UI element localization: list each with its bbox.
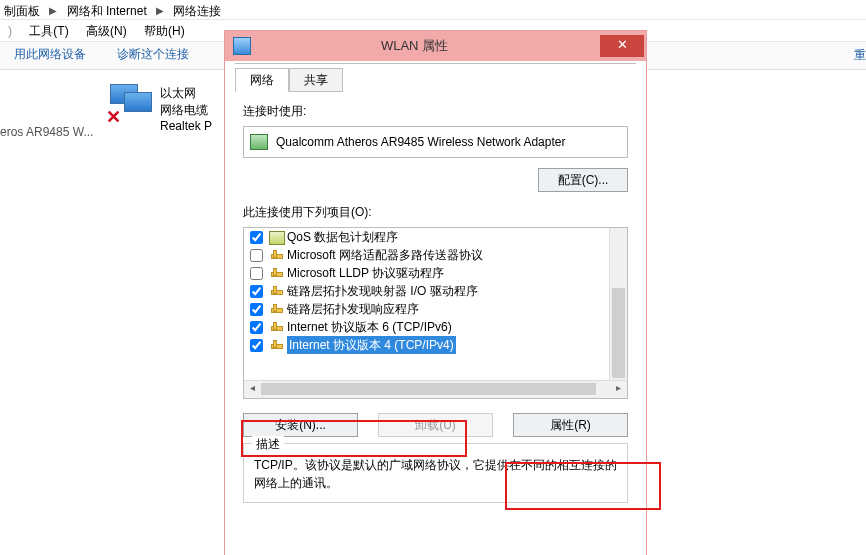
protocol-icon	[269, 321, 283, 333]
list-item[interactable]: Microsoft LLDP 协议驱动程序	[244, 264, 610, 282]
item-checkbox[interactable]	[250, 231, 263, 244]
list-item[interactable]: 链路层拓扑发现映射器 I/O 驱动程序	[244, 282, 610, 300]
list-item[interactable]: 链路层拓扑发现响应程序	[244, 300, 610, 318]
list-item[interactable]: Internet 协议版本 6 (TCP/IPv6)	[244, 318, 610, 336]
scrollbar-thumb[interactable]	[612, 288, 625, 378]
chevron-right-icon: ▶	[49, 5, 57, 16]
adapter-name-truncated[interactable]: eros AR9485 W...	[0, 125, 93, 139]
protocol-icon	[269, 303, 283, 315]
breadcrumb-part[interactable]: 网络和 Internet	[67, 4, 147, 18]
item-label: 链路层拓扑发现映射器 I/O 驱动程序	[287, 282, 478, 300]
dialog-title: WLAN 属性	[229, 37, 600, 55]
cmd-rename-fragment[interactable]: 重	[854, 47, 866, 64]
item-label: Internet 协议版本 6 (TCP/IPv6)	[287, 318, 452, 336]
description-label: 描述	[252, 436, 284, 453]
list-item[interactable]: Internet 协议版本 4 (TCP/IPv4)	[244, 336, 610, 354]
properties-button[interactable]: 属性(R)	[513, 413, 628, 437]
description-text: TCP/IP。该协议是默认的广域网络协议，它提供在不同的相互连接的网络上的通讯。	[254, 456, 617, 492]
horizontal-scrollbar[interactable]: ◂ ▸	[244, 380, 627, 398]
adapter-name: Qualcomm Atheros AR9485 Wireless Network…	[276, 127, 565, 157]
menu-tools[interactable]: 工具(T)	[29, 24, 68, 38]
configure-button[interactable]: 配置(C)...	[538, 168, 628, 192]
tab-strip: 网络共享	[235, 67, 646, 93]
menu-advanced[interactable]: 高级(N)	[86, 24, 127, 38]
adapter-field[interactable]: Qualcomm Atheros AR9485 Wireless Network…	[243, 126, 628, 158]
cmd-diagnose[interactable]: 诊断这个连接	[117, 47, 189, 61]
item-label: Internet 协议版本 4 (TCP/IPv4)	[287, 336, 456, 354]
protocol-icon	[269, 285, 283, 297]
dialog-titlebar[interactable]: WLAN 属性 ✕	[225, 31, 646, 61]
tab-network[interactable]: 网络	[235, 68, 289, 92]
protocol-icon	[269, 339, 283, 351]
item-label: QoS 数据包计划程序	[287, 228, 398, 246]
item-label: 链路层拓扑发现响应程序	[287, 300, 419, 318]
properties-dialog: WLAN 属性 ✕ 网络共享 连接时使用: Qualcomm Atheros A…	[224, 30, 647, 555]
disabled-x-icon: ✕	[106, 108, 124, 126]
menu-help[interactable]: 帮助(H)	[144, 24, 185, 38]
items-label: 此连接使用下列项目(O):	[243, 204, 628, 221]
item-checkbox[interactable]	[250, 249, 263, 262]
close-button[interactable]: ✕	[600, 35, 644, 57]
description-group: 描述 TCP/IP。该协议是默认的广域网络协议，它提供在不同的相互连接的网络上的…	[243, 443, 628, 503]
item-label: Microsoft LLDP 协议驱动程序	[287, 264, 444, 282]
nic-icon	[250, 134, 268, 150]
list-item[interactable]: QoS 数据包计划程序	[244, 228, 610, 246]
protocol-icon	[269, 249, 283, 261]
connection-name: 以太网	[160, 85, 212, 102]
install-button[interactable]: 安装(N)...	[243, 413, 358, 437]
uninstall-button: 卸载(U)	[378, 413, 493, 437]
item-label: Microsoft 网络适配器多路传送器协议	[287, 246, 483, 264]
breadcrumb-part[interactable]: 网络连接	[173, 4, 221, 18]
protocol-icon	[269, 267, 283, 279]
connection-vendor: Realtek P	[160, 119, 212, 133]
list-item[interactable]: Microsoft 网络适配器多路传送器协议	[244, 246, 610, 264]
connection-icon[interactable]: ✕	[110, 84, 154, 124]
item-checkbox[interactable]	[250, 285, 263, 298]
scroll-right-icon[interactable]: ▸	[610, 381, 627, 397]
connect-using-label: 连接时使用:	[243, 103, 628, 120]
item-checkbox[interactable]	[250, 321, 263, 334]
connection-status: 网络电缆	[160, 102, 212, 119]
breadcrumb[interactable]: 制面板 ▶ 网络和 Internet ▶ 网络连接	[0, 0, 866, 20]
item-checkbox[interactable]	[250, 339, 263, 352]
scrollbar-thumb[interactable]	[261, 383, 596, 395]
cmd-disable-device[interactable]: 用此网络设备	[14, 47, 86, 61]
chevron-right-icon: ▶	[156, 5, 164, 16]
scroll-left-icon[interactable]: ◂	[244, 381, 261, 397]
breadcrumb-part[interactable]: 制面板	[4, 4, 40, 18]
connection-item[interactable]: 以太网 网络电缆 Realtek P	[160, 85, 212, 133]
network-icon: ✕	[110, 84, 150, 118]
protocol-icon	[269, 231, 283, 243]
components-listbox[interactable]: QoS 数据包计划程序Microsoft 网络适配器多路传送器协议Microso…	[243, 227, 628, 399]
item-checkbox[interactable]	[250, 267, 263, 280]
item-checkbox[interactable]	[250, 303, 263, 316]
tab-sharing[interactable]: 共享	[289, 68, 343, 92]
vertical-scrollbar[interactable]	[609, 228, 627, 381]
